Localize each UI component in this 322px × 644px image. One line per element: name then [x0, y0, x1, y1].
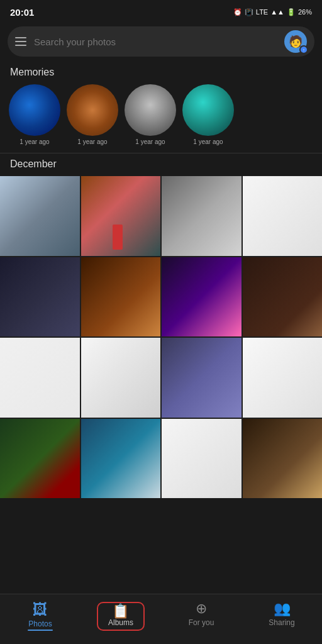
search-bar[interactable]: 🧑 ↑	[8, 26, 314, 57]
memory-label: 1 year ago	[125, 138, 176, 145]
battery-level: 26%	[298, 8, 312, 16]
list-item[interactable]: 1 year ago	[125, 84, 176, 145]
memories-header: Memories	[0, 62, 322, 84]
photo-thumbnail[interactable]	[243, 338, 323, 418]
vibrate-icon: 📳	[245, 8, 253, 16]
photo-grid	[0, 176, 322, 498]
photo-thumbnail[interactable]	[0, 176, 80, 256]
status-bar: 20:01 ⏰ 📳 LTE ▲▲ 🔋 26%	[0, 0, 322, 23]
search-input[interactable]	[34, 36, 284, 47]
tab-albums[interactable]: 📋 Albums	[80, 599, 161, 633]
photo-thumbnail[interactable]	[243, 419, 323, 499]
tab-sharing[interactable]: 👥 Sharing	[242, 599, 322, 630]
tab-for-you-label: For you	[189, 618, 214, 627]
photos-icon: 🖼	[33, 602, 48, 617]
status-icons: ⏰ 📳 LTE ▲▲ 🔋 26%	[233, 8, 312, 16]
list-item[interactable]: 1 year ago	[9, 84, 60, 145]
memory-circle[interactable]	[182, 84, 234, 136]
photo-thumbnail[interactable]	[81, 257, 161, 337]
memory-circle[interactable]	[125, 84, 176, 136]
signal-bars-icon: ▲▲	[270, 8, 284, 16]
bottom-navigation: 🖼 Photos 📋 Albums ⊕ For you 👥 Sharing	[0, 594, 322, 644]
avatar[interactable]: 🧑 ↑	[284, 30, 307, 53]
for-you-icon: ⊕	[196, 602, 207, 616]
december-section: December	[0, 153, 322, 176]
upload-badge: ↑	[299, 45, 308, 54]
list-item[interactable]: 1 year ago	[67, 84, 118, 145]
photo-thumbnail[interactable]	[81, 419, 161, 499]
battery-icon: 🔋	[287, 8, 296, 16]
photo-thumbnail[interactable]	[162, 338, 242, 418]
status-time: 20:01	[10, 7, 34, 18]
photo-thumbnail[interactable]	[0, 338, 80, 418]
albums-highlighted-box: 📋 Albums	[97, 602, 145, 631]
tab-albums-label: Albums	[108, 618, 133, 627]
photo-thumbnail[interactable]	[243, 257, 323, 337]
menu-button[interactable]	[15, 37, 26, 46]
memory-label: 1 year ago	[182, 138, 234, 145]
active-tab-indicator	[28, 630, 53, 631]
lte-indicator: LTE	[256, 8, 268, 16]
alarm-icon: ⏰	[233, 8, 242, 16]
tab-photos[interactable]: 🖼 Photos	[0, 599, 80, 631]
photo-thumbnail[interactable]	[162, 419, 242, 499]
december-header: December	[0, 153, 322, 176]
photo-thumbnail[interactable]	[162, 176, 242, 256]
photo-thumbnail[interactable]	[243, 176, 323, 256]
memory-circle[interactable]	[9, 84, 60, 136]
memory-label: 1 year ago	[67, 138, 118, 145]
photo-thumbnail[interactable]	[0, 419, 80, 499]
memories-row: 1 year ago 1 year ago 1 year ago 1 year …	[0, 84, 322, 145]
memory-circle[interactable]	[67, 84, 118, 136]
tab-photos-label: Photos	[28, 619, 52, 628]
sharing-icon: 👥	[274, 602, 291, 616]
photo-thumbnail[interactable]	[81, 176, 161, 256]
tab-sharing-label: Sharing	[269, 618, 294, 627]
list-item[interactable]: 1 year ago	[182, 84, 234, 145]
memory-label: 1 year ago	[9, 138, 60, 145]
photo-thumbnail[interactable]	[0, 257, 80, 337]
memories-section: Memories 1 year ago 1 year ago 1 year ag…	[0, 62, 322, 153]
tab-for-you[interactable]: ⊕ For you	[161, 599, 242, 630]
albums-icon: 📋	[112, 604, 129, 618]
photo-thumbnail[interactable]	[162, 257, 242, 337]
photo-thumbnail[interactable]	[81, 338, 161, 418]
